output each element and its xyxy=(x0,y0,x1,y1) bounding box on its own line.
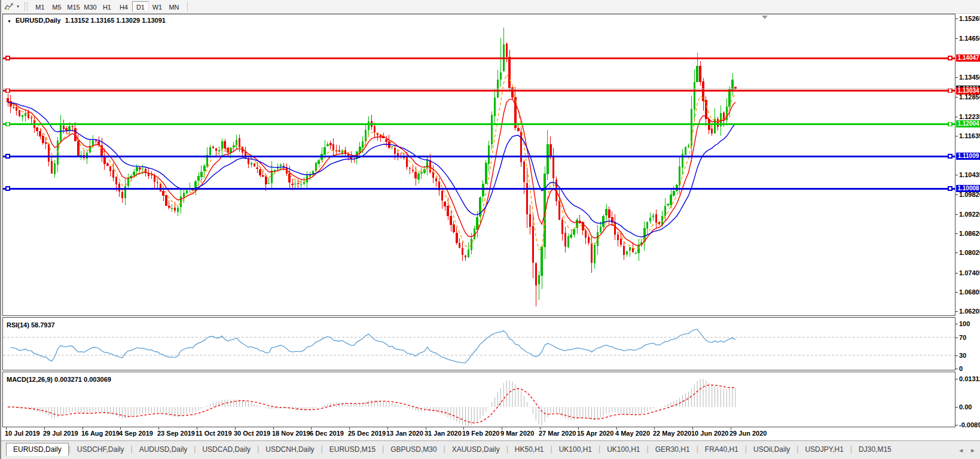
indicator-dropdown-caret-icon[interactable]: ▼ xyxy=(16,5,20,8)
macd-axis-tick xyxy=(955,379,958,379)
rsi-axis-tick xyxy=(955,324,958,324)
tab-uk100-h1[interactable]: UK100,H1 xyxy=(552,443,599,456)
hline-handle[interactable] xyxy=(948,89,952,93)
price-tick-label: 1.07405 xyxy=(959,269,980,276)
tab-usdcad-daily[interactable]: USDCAD,Daily xyxy=(196,443,257,456)
price-tick-label: 1.11635 xyxy=(959,132,980,139)
time-tick-label: 31 Jan 2020 xyxy=(425,430,462,437)
macd-tick-label: 0.00 xyxy=(959,403,972,411)
tab-usdchf-daily[interactable]: USDCHF,Daily xyxy=(71,443,131,456)
tab-fra40-h1[interactable]: FRA40,H1 xyxy=(698,443,745,456)
price-axis-tick xyxy=(955,19,958,19)
rsi-axis-tick xyxy=(955,355,958,356)
indicators-icon[interactable] xyxy=(4,2,16,11)
time-tick-label: 18 Nov 2019 xyxy=(272,430,310,437)
tab-separator: | xyxy=(131,445,133,453)
hline-handle[interactable] xyxy=(948,187,952,190)
price-axis-tick xyxy=(955,194,958,195)
time-tick-label: 4 May 2020 xyxy=(615,430,650,437)
timeframe-d1[interactable]: D1 xyxy=(132,1,149,12)
rsi-axis-tick xyxy=(955,338,958,338)
time-tick-label: 27 Mar 2020 xyxy=(539,430,576,437)
tab-separator: | xyxy=(194,445,196,453)
tab-separator: | xyxy=(69,445,71,453)
tab-separator: | xyxy=(796,445,798,453)
price-chart-panel[interactable]: ▼ EURUSD,Daily 1.13152 1.13165 1.13029 1… xyxy=(2,14,955,316)
tab-scroll-buttons: ◄ ► xyxy=(958,447,976,454)
tab-separator: | xyxy=(382,445,384,453)
price-tick-label: 1.14650 xyxy=(959,35,980,42)
time-tick-label: 22 May 2020 xyxy=(653,430,691,437)
tab-scroll-left-icon[interactable]: ◄ xyxy=(958,447,964,454)
rsi-indicator-panel[interactable]: RSI(14) 58.7937 xyxy=(2,317,955,370)
hline-handle[interactable] xyxy=(948,154,952,158)
timeframe-m1[interactable]: M1 xyxy=(32,1,48,12)
tab-usdcnh-daily[interactable]: USDCNH,Daily xyxy=(259,443,320,456)
tab-separator: | xyxy=(697,445,698,453)
tab-dj30-m15[interactable]: DJ30,M15 xyxy=(852,443,898,456)
candlestick-chart[interactable] xyxy=(3,14,955,315)
timeframe-m30[interactable]: M30 xyxy=(82,1,99,12)
rsi-tick-label: 30 xyxy=(959,352,966,359)
price-axis-tick xyxy=(955,292,958,293)
chart-symbol-label: EURUSD,Daily xyxy=(16,17,61,24)
price-tick-label: 1.12235 xyxy=(959,113,980,120)
toolbar-grip[interactable] xyxy=(25,2,28,11)
time-tick-label: 4 Sep 2019 xyxy=(119,430,153,437)
tab-xauusd-daily[interactable]: XAUUSD,Daily xyxy=(445,443,506,456)
hline-handle[interactable] xyxy=(948,56,952,60)
rsi-chart[interactable] xyxy=(3,318,955,370)
timeframe-mn[interactable]: MN xyxy=(166,1,182,12)
timeframe-h4[interactable]: H4 xyxy=(115,1,132,12)
tab-usoil-daily[interactable]: USOil,Daily xyxy=(747,443,796,456)
timeframe-m5[interactable]: M5 xyxy=(48,1,65,12)
time-tick-label: 10 Jul 2019 xyxy=(5,430,40,437)
macd-indicator-panel[interactable]: MACD(12,26,9) 0.003271 0.003069 xyxy=(2,372,955,427)
candles-layer xyxy=(7,28,736,306)
chart-title: ▼ EURUSD,Daily 1.13152 1.13165 1.13029 1… xyxy=(7,17,166,24)
price-badge-1.10008: 1.10008 xyxy=(956,185,980,192)
tab-scroll-right-icon[interactable]: ► xyxy=(970,447,976,454)
tab-gbpusd-m30[interactable]: GBPUSD,M30 xyxy=(384,443,443,456)
macd-histogram xyxy=(8,379,735,426)
chart-ohlc-values: 1.13152 1.13165 1.13029 1.13091 xyxy=(65,17,166,24)
hline-handle[interactable] xyxy=(6,89,10,93)
tab-usdjpy-h1[interactable]: USDJPY,H1 xyxy=(798,443,850,456)
tab-audusd-daily[interactable]: AUDUSD,Daily xyxy=(133,443,194,456)
tab-separator: | xyxy=(444,445,445,453)
price-axis-tick xyxy=(955,311,958,312)
price-tick-label: 1.15265 xyxy=(959,15,980,22)
hline-handle[interactable] xyxy=(948,122,952,126)
chart-menu-caret-icon[interactable]: ▼ xyxy=(7,19,11,23)
hline-handle[interactable] xyxy=(6,154,10,158)
tab-eurusd-m15[interactable]: EURUSD,M15 xyxy=(323,443,382,456)
price-axis-tick xyxy=(955,273,958,273)
tab-ger30-h1[interactable]: GER30,H1 xyxy=(649,443,697,456)
timeframe-w1[interactable]: W1 xyxy=(149,1,166,12)
tab-separator: | xyxy=(850,445,852,453)
time-tick-label: 25 Dec 2019 xyxy=(348,430,386,437)
tab-eurusd-daily[interactable]: EURUSD,Daily xyxy=(6,443,69,456)
price-axis-tick xyxy=(955,117,958,117)
timeframe-m15[interactable]: M15 xyxy=(65,1,82,12)
price-tick-label: 1.10435 xyxy=(959,171,980,178)
macd-axis-tick xyxy=(955,425,958,425)
macd-chart[interactable] xyxy=(3,372,955,427)
time-tick-label: 16 Aug 2019 xyxy=(81,430,120,437)
rsi-axis-tick xyxy=(955,369,958,369)
tab-hk50-h1[interactable]: HK50,H1 xyxy=(508,443,551,456)
price-tick-label: 1.06805 xyxy=(959,288,980,296)
timeframe-h1[interactable]: H1 xyxy=(99,1,115,12)
tab-separator: | xyxy=(599,445,600,453)
time-tick-label: 9 Mar 2020 xyxy=(500,430,534,437)
hline-handle[interactable] xyxy=(6,122,10,126)
macd-label: MACD(12,26,9) 0.003271 0.003069 xyxy=(7,376,111,383)
time-tick-label: 30 Oct 2019 xyxy=(234,430,270,437)
hline-handle[interactable] xyxy=(6,187,10,190)
time-tick-label: 29 Jul 2019 xyxy=(43,430,78,437)
time-tick-label: 11 Oct 2019 xyxy=(196,430,232,437)
chart-shift-marker-icon[interactable] xyxy=(762,16,768,19)
rsi-line xyxy=(11,329,735,363)
tab-uk100-h1[interactable]: UK100,H1 xyxy=(600,443,646,456)
hline-handle[interactable] xyxy=(6,56,10,60)
